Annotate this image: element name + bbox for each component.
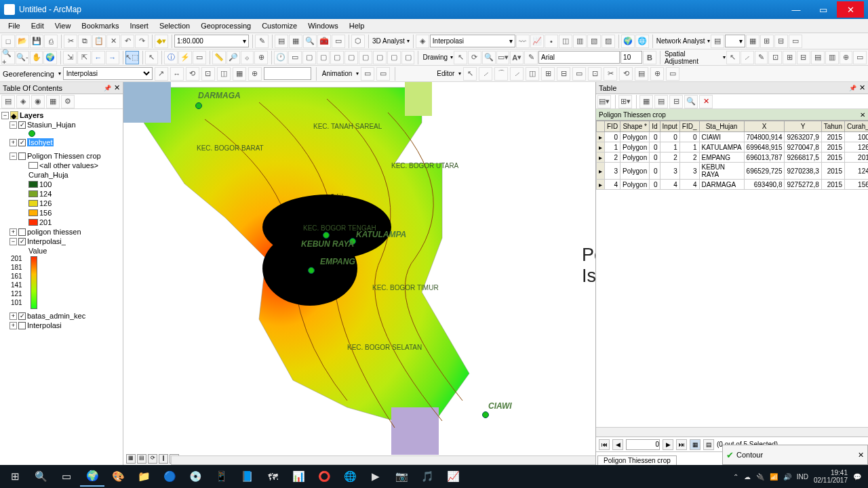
task-app5-icon[interactable]: 📱 [209, 466, 233, 487]
close-button[interactable]: ✕ [837, 1, 864, 18]
toc-icon[interactable]: ▤ [275, 35, 288, 48]
search-taskbar-icon[interactable]: 🔍 [28, 466, 53, 487]
table-row[interactable]: ▸0Polygon000CIAWI704800,9149263207,92015… [597, 132, 869, 142]
network-analyst-label[interactable]: Network Analyst [655, 37, 707, 45]
tool-c-icon[interactable]: ▢ [330, 51, 344, 64]
identify-icon[interactable]: ⓘ [164, 51, 178, 64]
minimize-button[interactable]: — [783, 1, 810, 18]
expand-icon[interactable]: − [9, 152, 17, 160]
save-icon[interactable]: 💾 [30, 35, 43, 48]
toc-list-by-drawing-icon[interactable]: ▤ [1, 95, 15, 108]
tool-h-icon[interactable]: ▢ [401, 51, 415, 64]
sa-tool1-icon[interactable]: ⟋ [741, 51, 754, 64]
draw-zoom-icon[interactable]: 🔍 [482, 51, 496, 64]
georef-label[interactable]: Georeferencing [3, 70, 56, 78]
menu-customize[interactable]: Customize [256, 20, 302, 31]
notif-close-icon[interactable]: ✕ [858, 451, 864, 460]
scale-input[interactable]: 1:80.000▾ [174, 35, 249, 47]
tool-d-icon[interactable]: ▢ [344, 51, 358, 64]
toolbox-icon[interactable]: 🧰 [317, 35, 331, 48]
animation-label[interactable]: Animation [320, 70, 354, 77]
editor-tool12-icon[interactable]: ▤ [635, 67, 648, 81]
toc-close-icon[interactable]: ✕ [114, 83, 120, 92]
zoom-out-icon[interactable]: 🔍- [16, 51, 29, 64]
sa-tool9-icon[interactable]: ▭ [853, 51, 867, 64]
table-clear-sel-icon[interactable]: ⊟ [669, 95, 683, 108]
layer-interpolasi[interactable]: Interpolasi_ [27, 237, 66, 245]
editor-tool8-icon[interactable]: ▭ [572, 67, 586, 81]
table-col-header[interactable]: Input [660, 121, 679, 132]
nav-position-input[interactable] [626, 439, 660, 450]
nav-first-icon[interactable]: ⏮ [599, 439, 610, 450]
editor-tool6-icon[interactable]: ⊞ [541, 67, 555, 81]
menu-file[interactable]: File [3, 20, 26, 31]
menu-geoprocessing[interactable]: Geoprocessing [195, 20, 256, 31]
menu-edit[interactable]: Edit [26, 20, 50, 31]
create-viewer-icon[interactable]: ▭ [288, 51, 302, 64]
print-icon[interactable]: ⎙ [44, 35, 58, 48]
hyperlink-icon[interactable]: ⚡ [178, 51, 192, 64]
pointer-icon[interactable]: ↖ [145, 51, 159, 64]
data-view-icon[interactable]: ▦ [126, 454, 136, 464]
fixed-zoom-in-icon[interactable]: ⇲ [63, 51, 77, 64]
menu-insert[interactable]: Insert [124, 20, 154, 31]
paste-icon[interactable]: 📋 [92, 35, 106, 48]
table-col-header[interactable]: Y [785, 121, 821, 132]
table-col-header[interactable]: FID_ [679, 121, 699, 132]
table-menu-icon[interactable]: ▤▾ [597, 95, 611, 108]
menu-help[interactable]: Help [344, 20, 370, 31]
table-col-header[interactable]: Shape * [620, 121, 650, 132]
layer-checkbox[interactable]: ✓ [18, 121, 26, 129]
find-route-icon[interactable]: ⟐ [241, 51, 254, 64]
editor-tool5-icon[interactable]: ◫ [526, 67, 539, 81]
task-app11-icon[interactable]: ▶ [363, 466, 388, 487]
redo-icon[interactable]: ↷ [135, 35, 149, 48]
georef-tool4-icon[interactable]: ⊡ [201, 67, 215, 81]
row-selector[interactable]: ▸ [597, 180, 605, 190]
interp-layer-select[interactable]: Interpolasi▾ [430, 35, 515, 47]
georef-input[interactable] [264, 67, 311, 80]
editor-tool1-icon[interactable]: ↖ [463, 67, 477, 81]
task-app10-icon[interactable]: 🌐 [338, 466, 362, 487]
globe-icon[interactable]: 🌍 [621, 35, 635, 48]
sa-tool2-icon[interactable]: ✎ [755, 51, 768, 64]
task-explorer-icon[interactable]: 📁 [132, 466, 156, 487]
editor-tool13-icon[interactable]: ⊕ [650, 67, 664, 81]
expand-icon[interactable]: + [9, 322, 17, 329]
georef-tool1-icon[interactable]: ↗ [155, 67, 168, 81]
delete-icon[interactable]: ✕ [106, 35, 120, 48]
draw-rect-icon[interactable]: ▭▾ [496, 51, 510, 64]
open-icon[interactable]: 📂 [16, 35, 29, 48]
undo-icon[interactable]: ↶ [121, 35, 134, 48]
tray-lang[interactable]: IND [797, 473, 808, 481]
table-col-header[interactable]: Id [650, 121, 660, 132]
interp-tool7-icon[interactable]: ▨ [601, 35, 615, 48]
task-app4-icon[interactable]: 💿 [183, 466, 208, 487]
start-icon[interactable]: ⊞ [3, 466, 27, 487]
table-select-by-attr-icon[interactable]: ▦ [639, 95, 653, 108]
sa-tool3-icon[interactable]: ⊡ [768, 51, 782, 64]
tool-a-icon[interactable]: ▢ [302, 51, 316, 64]
table-col-header[interactable]: Tahun [821, 121, 844, 132]
goto-xy-icon[interactable]: ⊕ [254, 51, 268, 64]
na-tool1-icon[interactable]: ▦ [746, 35, 760, 48]
3d-analyst-label[interactable]: 3D Analyst [371, 37, 406, 45]
draw-rotate-icon[interactable]: ⟳ [468, 51, 481, 64]
table-related-icon[interactable]: ⊞▾ [618, 95, 632, 108]
html-popup-icon[interactable]: ▭ [193, 51, 206, 64]
anim-tool1-icon[interactable]: ▭ [361, 67, 374, 81]
search-icon[interactable]: 🔍 [303, 35, 317, 48]
layout-view-icon[interactable]: ▤ [137, 454, 146, 464]
editor-tool10-icon[interactable]: ✂ [604, 67, 617, 81]
catalog-icon[interactable]: ▦ [289, 35, 302, 48]
layer-stasiun[interactable]: Stasiun_Hujan [27, 121, 76, 129]
sa-tool5-icon[interactable]: ⊟ [797, 51, 810, 64]
pin-icon[interactable]: 📌 [104, 85, 111, 92]
python-icon[interactable]: ▭ [332, 35, 345, 48]
pause-icon[interactable]: ‖ [159, 454, 168, 464]
task-app7-icon[interactable]: 🗺 [260, 466, 285, 487]
drawing-label[interactable]: Drawing [420, 54, 450, 61]
table-row[interactable]: ▸2Polygon022EMPANG696013,7879266817,5201… [597, 152, 869, 163]
georef-tool3-icon[interactable]: ⟲ [186, 67, 199, 81]
maximize-button[interactable]: ▭ [810, 1, 837, 18]
